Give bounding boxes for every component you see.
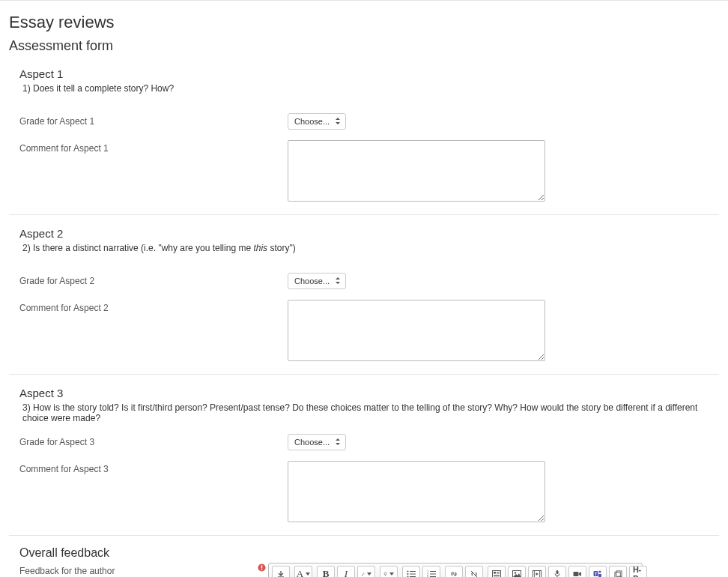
aspect-3-desc-text: 3) How is the story told? Is it first/th… <box>22 402 697 423</box>
grade-aspect-1-label: Grade for Aspect 1 <box>19 113 288 127</box>
aspect-1-description: 1) Does it tell a complete story? How? <box>19 83 719 94</box>
divider <box>9 535 719 536</box>
comment-aspect-3-label: Comment for Aspect 3 <box>19 461 288 474</box>
svg-rect-1 <box>261 565 262 568</box>
toolbar-link-button[interactable] <box>445 566 463 577</box>
comment-aspect-3-textarea[interactable] <box>288 461 545 522</box>
toolbar-ol-button[interactable]: 123 <box>422 566 440 577</box>
svg-point-6 <box>407 573 409 575</box>
overall-feedback: Overall feedback Feedback for the author… <box>9 539 719 577</box>
toolbar-h5p-button[interactable]: H-P <box>629 566 647 577</box>
svg-rect-18 <box>497 572 500 573</box>
toolbar-media-button[interactable] <box>528 566 546 577</box>
comment-aspect-1-textarea[interactable] <box>288 140 545 202</box>
aspect-2: Aspect 2 2) Is there a distinct narrativ… <box>9 218 719 363</box>
svg-rect-2 <box>261 569 262 570</box>
page-title: Essay reviews <box>9 13 719 32</box>
svg-rect-13 <box>430 574 436 575</box>
aspect-2-heading: Aspect 2 <box>19 227 719 240</box>
svg-text:T: T <box>595 572 597 576</box>
toolbar-video-button[interactable] <box>568 566 586 577</box>
comment-aspect-2-label: Comment for Aspect 2 <box>19 300 288 313</box>
editor-toolbar: A B I 123 <box>268 563 643 577</box>
toolbar-image-button[interactable] <box>508 566 526 577</box>
divider <box>9 214 719 215</box>
svg-rect-28 <box>574 572 579 576</box>
svg-rect-17 <box>494 572 496 574</box>
toolbar-embed-button[interactable] <box>488 566 506 577</box>
aspect-3-heading: Aspect 3 <box>19 387 719 399</box>
comment-aspect-2-textarea[interactable] <box>288 300 545 361</box>
svg-point-3 <box>384 573 386 575</box>
aspect-2-description: 2) Is there a distinct narrative (i.e. "… <box>19 243 719 253</box>
toolbar-brush-button[interactable] <box>357 566 375 577</box>
svg-point-23 <box>515 572 516 573</box>
divider <box>9 374 719 375</box>
toolbar-files-button[interactable] <box>609 566 627 577</box>
form-title: Assessment form <box>9 38 719 54</box>
svg-rect-21 <box>494 576 500 577</box>
toolbar-bold-button[interactable]: B <box>317 566 335 577</box>
toolbar-teams-button[interactable]: T <box>589 566 607 577</box>
required-icon <box>258 563 268 574</box>
aspect-3: Aspect 3 3) How is the story told? Is it… <box>9 378 719 525</box>
aspect-1-desc-text: 1) Does it tell a complete story? How? <box>22 83 174 94</box>
aspect-2-desc-suffix: story") <box>267 243 296 253</box>
toolbar-ul-button[interactable] <box>402 566 420 577</box>
grade-aspect-2-label: Grade for Aspect 2 <box>19 273 288 286</box>
svg-rect-26 <box>539 571 540 578</box>
toolbar-bulb-button[interactable] <box>380 566 398 577</box>
svg-rect-33 <box>616 570 621 576</box>
grade-aspect-2-select[interactable]: Choose... <box>288 273 346 289</box>
svg-rect-19 <box>497 573 500 574</box>
aspect-1-heading: Aspect 1 <box>19 67 719 80</box>
toolbar-styles-button[interactable]: A <box>294 566 312 577</box>
aspect-1: Aspect 1 1) Does it tell a complete stor… <box>9 58 719 204</box>
toolbar-mic-button[interactable] <box>548 566 566 577</box>
svg-rect-5 <box>410 571 416 572</box>
aspect-2-desc-italic: this <box>253 243 267 253</box>
svg-rect-11 <box>430 571 436 572</box>
overall-feedback-heading: Overall feedback <box>19 546 719 560</box>
grade-aspect-3-label: Grade for Aspect 3 <box>19 434 288 447</box>
toolbar-italic-button[interactable]: I <box>337 566 355 577</box>
aspect-3-description: 3) How is the story told? Is it first/th… <box>19 402 719 423</box>
svg-rect-25 <box>534 571 535 578</box>
svg-rect-7 <box>410 574 416 575</box>
comment-aspect-1-label: Comment for Aspect 1 <box>19 140 288 154</box>
grade-aspect-3-select[interactable]: Choose... <box>288 434 346 450</box>
svg-point-31 <box>599 571 601 573</box>
svg-rect-20 <box>494 575 500 576</box>
svg-rect-27 <box>556 570 559 574</box>
aspect-2-desc-prefix: 2) Is there a distinct narrative (i.e. "… <box>22 243 253 253</box>
toolbar-collapse-button[interactable] <box>272 566 290 577</box>
svg-point-4 <box>407 571 409 573</box>
toolbar-unlink-button[interactable] <box>465 566 483 577</box>
grade-aspect-1-select[interactable]: Choose... <box>288 113 346 130</box>
feedback-author-label: Feedback for the author <box>19 563 273 576</box>
